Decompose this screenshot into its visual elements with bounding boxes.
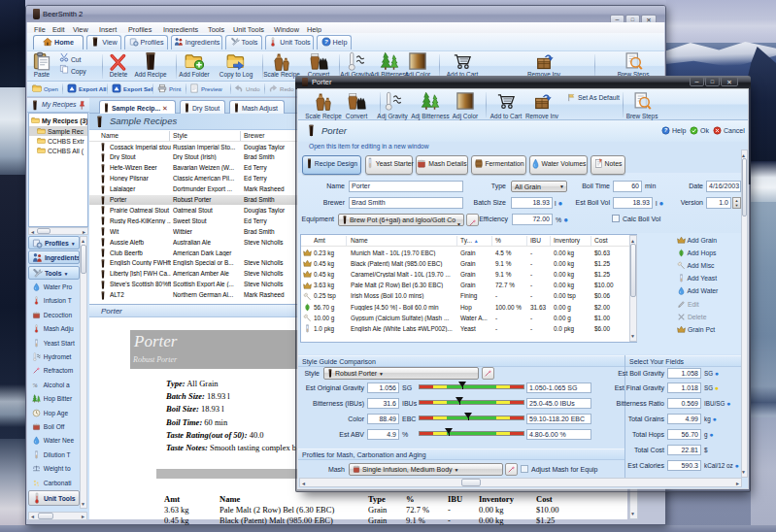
- svg-text:%: %: [33, 382, 38, 388]
- svg-text:?: ?: [664, 127, 668, 133]
- svg-text:?: ?: [324, 38, 328, 45]
